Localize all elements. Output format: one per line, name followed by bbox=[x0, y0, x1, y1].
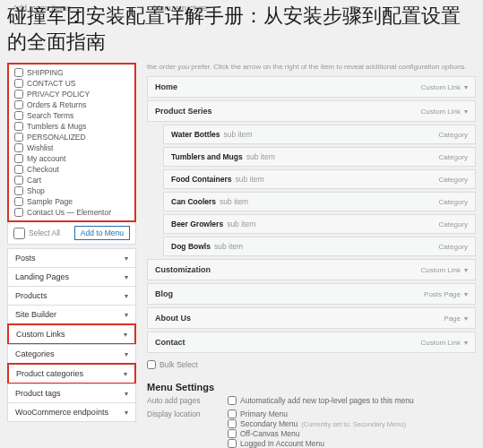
menu-item-home[interactable]: Home Custom Link▾ bbox=[147, 76, 476, 98]
auto-add-label: Auto add pages bbox=[147, 396, 228, 405]
page-checkbox[interactable] bbox=[14, 133, 23, 142]
chevron-down-icon: ▾ bbox=[125, 273, 128, 281]
page-checkbox-item[interactable]: Cart bbox=[14, 175, 129, 185]
display-location-options: Primary Menu Secondary Menu (Currently s… bbox=[228, 409, 476, 448]
menu-item-about[interactable]: About Us Page▾ bbox=[147, 307, 476, 329]
sub-item-list: Water Bottlessub itemCategoryTumblers an… bbox=[163, 125, 476, 256]
instruction-text: the order you prefer. Click the arrow on… bbox=[147, 63, 476, 71]
chevron-down-icon[interactable]: ▾ bbox=[464, 83, 468, 91]
accordion-item[interactable]: Products▾ bbox=[7, 286, 136, 306]
page-checkbox-item[interactable]: Orders & Returns bbox=[14, 99, 129, 110]
add-to-menu-button[interactable]: Add to Menu bbox=[74, 226, 130, 240]
location-checkbox[interactable] bbox=[228, 409, 237, 418]
select-all-label[interactable]: Select All bbox=[13, 228, 60, 239]
page-checkbox[interactable] bbox=[14, 154, 23, 163]
menu-item-blog[interactable]: Blog Posts Page▾ bbox=[147, 283, 476, 305]
page-checkbox-list: SHIPPINGCONTACT USPRIVACY POLICYOrders &… bbox=[7, 63, 136, 222]
page-checkbox-item[interactable]: My account bbox=[14, 153, 129, 164]
page-checkbox-item[interactable]: CONTACT US bbox=[14, 78, 129, 89]
display-location-option[interactable]: Secondary Menu (Currently set to: Second… bbox=[228, 419, 476, 428]
accordion-item[interactable]: Site Builder▾ bbox=[7, 305, 136, 324]
page-checkbox[interactable] bbox=[14, 165, 23, 174]
page-checkbox[interactable] bbox=[14, 176, 23, 185]
page-checkbox[interactable] bbox=[14, 208, 23, 217]
accordion-item[interactable]: Custom Links▾ bbox=[7, 323, 136, 345]
accordion-item[interactable]: Product categories▾ bbox=[7, 363, 136, 384]
page-checkbox[interactable] bbox=[14, 68, 23, 77]
chevron-down-icon[interactable]: ▾ bbox=[464, 290, 468, 298]
page-checkbox[interactable] bbox=[14, 90, 23, 99]
accordion-item[interactable]: Posts▾ bbox=[7, 248, 136, 268]
page-checkbox-item[interactable]: PRIVACY POLICY bbox=[14, 89, 129, 99]
page-checkbox[interactable] bbox=[14, 111, 23, 120]
display-location-label: Display location bbox=[147, 409, 228, 418]
menu-item-customization[interactable]: Customization Custom Link▾ bbox=[147, 259, 476, 280]
menu-sub-item[interactable]: Can Coolerssub itemCategory bbox=[163, 192, 476, 211]
page-checkbox[interactable] bbox=[14, 186, 23, 195]
chevron-down-icon: ▾ bbox=[125, 254, 128, 263]
location-checkbox[interactable] bbox=[228, 419, 237, 428]
header-tabs: Add menu items Menu structure bbox=[0, 0, 483, 16]
menu-item-contact[interactable]: Contact Custom Link▾ bbox=[147, 332, 476, 353]
auto-add-option[interactable]: Automatically add new top-level pages to… bbox=[228, 396, 476, 405]
page-checkbox-item[interactable]: Checkout bbox=[14, 164, 129, 175]
accordion-item[interactable]: Product tags▾ bbox=[7, 383, 136, 403]
chevron-down-icon: ▾ bbox=[125, 390, 128, 398]
tab-add-items: Add menu items bbox=[7, 2, 76, 14]
chevron-down-icon[interactable]: ▾ bbox=[464, 108, 468, 116]
location-checkbox[interactable] bbox=[228, 429, 237, 438]
page-checkbox-item[interactable]: Sample Page bbox=[14, 196, 129, 207]
tab-menu-structure: Menu structure bbox=[148, 2, 212, 14]
chevron-down-icon: ▾ bbox=[125, 350, 128, 358]
display-location-option[interactable]: Logged In Account Menu bbox=[228, 439, 476, 448]
page-checkbox-item[interactable]: Contact Us — Elementor bbox=[14, 207, 129, 218]
page-checkbox-item[interactable]: Tumblers & Mugs bbox=[14, 121, 129, 132]
location-checkbox[interactable] bbox=[228, 439, 237, 448]
page-checkbox-item[interactable]: PERSONALIZED bbox=[14, 132, 129, 142]
menu-sub-item[interactable]: Tumblers and Mugssub itemCategory bbox=[163, 147, 476, 167]
chevron-down-icon: ▾ bbox=[125, 311, 128, 319]
page-checkbox[interactable] bbox=[14, 197, 23, 206]
source-accordion: Posts▾Landing Pages▾Products▾Site Builde… bbox=[7, 248, 136, 422]
accordion-item[interactable]: WooCommerce endpoints▾ bbox=[7, 402, 136, 422]
bulk-select-checkbox[interactable] bbox=[147, 360, 156, 369]
menu-sub-item[interactable]: Dog Bowlssub itemCategory bbox=[163, 237, 476, 256]
display-location-option[interactable]: Primary Menu bbox=[228, 409, 476, 418]
menu-settings-title: Menu Settings bbox=[147, 382, 476, 392]
chevron-down-icon: ▾ bbox=[125, 292, 128, 300]
page-checkbox-item[interactable]: Shop bbox=[14, 185, 129, 196]
chevron-down-icon[interactable]: ▾ bbox=[464, 314, 468, 323]
accordion-item[interactable]: Landing Pages▾ bbox=[7, 267, 136, 287]
accordion-item[interactable]: Categories▾ bbox=[7, 344, 136, 364]
menu-sub-item[interactable]: Beer Growlerssub itemCategory bbox=[163, 214, 476, 234]
menu-sub-item[interactable]: Water Bottlessub itemCategory bbox=[163, 125, 476, 144]
page-checkbox-item[interactable]: Wishlist bbox=[14, 142, 129, 153]
bulk-select-row[interactable]: Bulk Select bbox=[147, 360, 476, 369]
chevron-down-icon[interactable]: ▾ bbox=[464, 266, 468, 274]
menu-item-product-series[interactable]: Product Series Custom Link▾ bbox=[147, 100, 476, 122]
page-checkbox-item[interactable]: Search Terms bbox=[14, 110, 129, 121]
display-location-option[interactable]: Off-Canvas Menu bbox=[228, 429, 476, 438]
page-checkbox[interactable] bbox=[14, 100, 23, 109]
chevron-down-icon: ▾ bbox=[125, 409, 128, 417]
chevron-down-icon: ▾ bbox=[124, 331, 127, 339]
chevron-down-icon[interactable]: ▾ bbox=[464, 339, 468, 347]
select-all-row: Select All Add to Menu bbox=[7, 222, 136, 245]
auto-add-checkbox[interactable] bbox=[228, 396, 237, 405]
page-checkbox[interactable] bbox=[14, 79, 23, 88]
select-all-checkbox[interactable] bbox=[13, 228, 25, 239]
chevron-down-icon: ▾ bbox=[124, 370, 127, 378]
page-checkbox[interactable] bbox=[14, 122, 23, 131]
page-checkbox-item[interactable]: SHIPPING bbox=[14, 67, 129, 78]
page-checkbox[interactable] bbox=[14, 143, 23, 152]
menu-sub-item[interactable]: Food Containerssub itemCategory bbox=[163, 169, 476, 189]
